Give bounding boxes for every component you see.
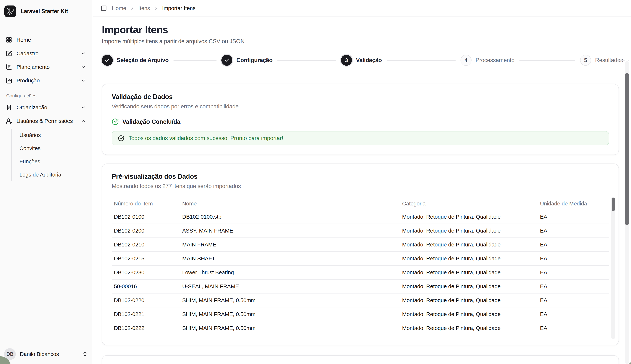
step-validacao[interactable]: 3 Validação [341, 55, 460, 66]
cell-category: Montado, Retoque de Pintura, Qualidade [400, 325, 538, 331]
step-connector [277, 60, 336, 60]
cell-uom: EA [538, 242, 599, 248]
sidebar-subitem-convites[interactable]: Convites [17, 142, 88, 155]
cell-uom: EA [538, 311, 599, 317]
check-icon [104, 58, 110, 63]
sidebar-item-cadastro[interactable]: Cadastro [4, 47, 88, 60]
sidebar-item-planejamento[interactable]: Planejamento [4, 60, 88, 74]
sidebar-item-home[interactable]: Home [4, 33, 88, 46]
cell-item-number: DB102-0230 [112, 269, 180, 276]
cell-uom: EA [538, 325, 599, 331]
sidebar-section-label: Configurações [6, 93, 88, 99]
import-stepper: Seleção de Arquivo Configuração 3 Valida… [102, 54, 625, 67]
breadcrumb-home[interactable]: Home [112, 5, 126, 11]
success-alert: Todos os dados validados com sucesso. Pr… [112, 131, 609, 146]
sidebar-item-producao[interactable]: Produção [4, 74, 88, 87]
step-connector [386, 60, 456, 60]
sidebar-subitem-usuarios[interactable]: Usuários [17, 129, 88, 142]
cell-name: DB102-0100.stp [180, 214, 400, 220]
step-resultados[interactable]: 5 Resultados [580, 55, 625, 66]
cell-name: SHIM, MAIN FRAME, 0.50mm [180, 311, 400, 317]
cell-category: Montado, Retoque de Pintura, Qualidade [400, 242, 538, 248]
sidebar: Laravel Starter Kit Home Cadastro [0, 0, 92, 364]
cell-name: U-SEAL, MAIN FRAME [180, 283, 400, 290]
chevron-down-icon [80, 78, 86, 83]
step-number: 5 [584, 57, 587, 63]
table-scrollbar-thumb[interactable] [612, 198, 615, 211]
brand-title: Laravel Starter Kit [20, 8, 68, 15]
cell-category: Montado, Retoque de Pintura, Qualidade [400, 214, 538, 220]
step-label: Resultados [595, 57, 623, 64]
breadcrumb-current: Importar Itens [162, 5, 196, 11]
page-scrollbar-thumb[interactable] [625, 73, 629, 225]
topbar: Home Itens Importar Itens [93, 0, 631, 17]
chevrons-up-down-icon [82, 351, 88, 357]
chevron-up-icon [80, 118, 86, 124]
step-circle-upcoming: 5 [580, 55, 591, 66]
step-connector [628, 60, 629, 60]
sidebar-subitem-logs-auditoria[interactable]: Logs de Auditoria [17, 168, 88, 181]
table-header-row: Número do Item Nome Categoria Unidade de… [112, 198, 609, 210]
table-scrollbar-track[interactable] [611, 197, 615, 339]
step-processamento[interactable]: 4 Processamento [460, 55, 580, 66]
cell-item-number: DB102-0220 [112, 297, 180, 304]
sidebar-item-label: Home [16, 37, 31, 43]
breadcrumb-itens[interactable]: Itens [138, 5, 150, 11]
cell-category: Montado, Retoque de Pintura, Qualidade [400, 283, 538, 290]
column-header-unidade-de-medida: Unidade de Medida [538, 200, 599, 207]
cell-name: SHIM, MAIN FRAME, 0.50mm [180, 297, 400, 304]
step-circle-active: 3 [341, 55, 352, 66]
step-number: 4 [464, 57, 468, 63]
cell-uom: EA [538, 297, 599, 304]
step-configuracao[interactable]: Configuração [222, 55, 341, 66]
user-name: Danilo Bibancos [20, 351, 59, 357]
page-header: Importar Itens Importe múltiplos itens a… [93, 17, 631, 45]
data-preview-card: Pré-visualização dos Dados Mostrando tod… [102, 164, 619, 345]
step-circle-upcoming: 4 [460, 55, 472, 66]
step-connector [519, 60, 575, 60]
table-row: DB102-0200 ASSY, MAIN FRAME Montado, Ret… [112, 224, 609, 238]
sidebar-toggle-icon[interactable] [101, 5, 107, 11]
validation-status: Validação Concluída [112, 118, 609, 125]
cell-name: MAIN SHAFT [180, 256, 400, 262]
cell-item-number: DB102-0221 [112, 311, 180, 317]
cell-uom: EA [538, 269, 599, 276]
sidebar-subitem-label: Convites [20, 145, 40, 152]
stepper-trailing-line [617, 60, 625, 61]
cell-uom: EA [538, 228, 599, 234]
cell-name: MAIN FRAME [180, 242, 400, 248]
step-circle-complete [102, 55, 113, 66]
cell-item-number: DB102-0215 [112, 256, 180, 262]
sidebar-item-organizacao[interactable]: Organização [4, 101, 88, 114]
chevron-down-icon [80, 64, 86, 70]
chevron-right-icon [130, 6, 134, 10]
sidebar-item-label: Usuários & Permissões [16, 118, 73, 124]
square-pen-icon [6, 50, 12, 56]
cell-item-number: DB102-0100 [112, 214, 180, 220]
step-selecao-de-arquivo[interactable]: Seleção de Arquivo [102, 55, 222, 66]
column-header-numero-do-item: Número do Item [112, 200, 180, 207]
cell-name: Lower Thrust Bearing [180, 269, 400, 276]
laravel-logo [4, 6, 16, 17]
sidebar-subitem-funcoes[interactable]: Funções [17, 155, 88, 168]
cell-item-number: 50-00016 [112, 283, 180, 290]
validation-card: Validação de Dados Verificando seus dado… [102, 84, 619, 155]
validation-status-text: Validação Concluída [122, 118, 180, 125]
chart-gantt-icon [6, 64, 12, 70]
sidebar-user-menu[interactable]: DB Danilo Bibancos [0, 344, 92, 364]
sidebar-item-usuarios-permissoes[interactable]: Usuários & Permissões [4, 114, 88, 128]
step-label: Validação [356, 57, 382, 64]
validation-card-subtitle: Verificando seus dados por erros e compa… [112, 103, 609, 110]
page-subtitle: Importe múltiplos itens a partir de arqu… [102, 38, 631, 45]
cell-category: Montado, Retoque de Pintura, Qualidade [400, 269, 538, 276]
cell-uom: EA [538, 214, 599, 220]
validation-card-title: Validação de Dados [112, 93, 609, 101]
sidebar-subitem-label: Logs de Auditoria [20, 172, 61, 178]
page-title: Importar Itens [102, 24, 631, 36]
table-row: DB102-0215 MAIN SHAFT Montado, Retoque d… [112, 252, 609, 266]
column-header-categoria: Categoria [400, 200, 538, 207]
chevron-down-icon [80, 105, 86, 110]
users-round-icon [6, 118, 12, 124]
breadcrumb: Home Itens Importar Itens [112, 5, 196, 11]
layout-grid-icon [6, 37, 12, 43]
